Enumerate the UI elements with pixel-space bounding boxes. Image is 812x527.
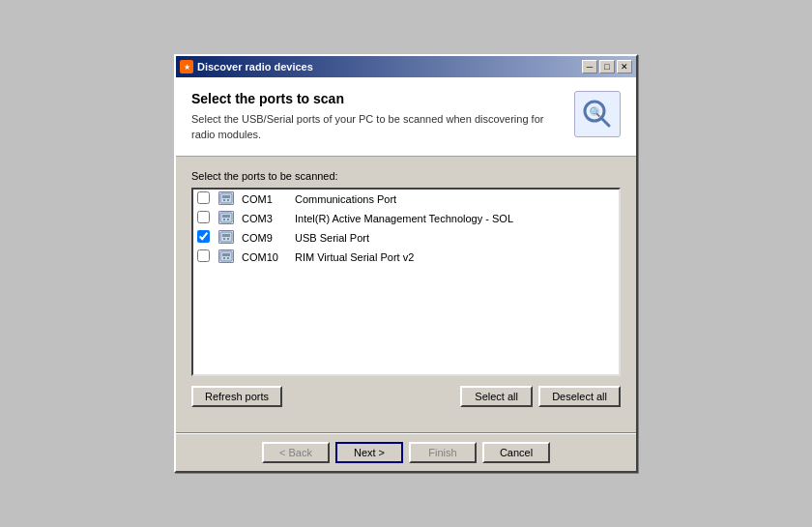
deselect-all-button[interactable]: Deselect all — [538, 386, 621, 407]
maximize-button[interactable]: □ — [599, 60, 615, 73]
ports-list-container[interactable]: COM1Communications PortCOM3Intel(R) Acti… — [191, 188, 621, 376]
svg-rect-17 — [222, 253, 230, 256]
svg-rect-19 — [227, 257, 229, 259]
body-area: Select the ports to be scanned: COM1Comm… — [176, 157, 636, 421]
port-description: Communications Port — [291, 190, 619, 209]
header-title: Select the ports to scan — [191, 91, 565, 106]
svg-rect-13 — [222, 234, 230, 237]
header-subtitle: Select the USB/Serial ports of your PC t… — [191, 112, 565, 142]
main-window: ★ Discover radio devices ─ □ ✕ Select th… — [174, 54, 638, 473]
port-name: COM1 — [238, 190, 291, 209]
port-description: Intel(R) Active Management Technology - … — [291, 209, 619, 228]
close-button[interactable]: ✕ — [617, 60, 632, 73]
port-checkbox-com10[interactable] — [197, 249, 210, 262]
svg-rect-18 — [223, 257, 225, 259]
scan-label: Select the ports to be scanned: — [191, 170, 621, 182]
svg-rect-6 — [223, 199, 225, 201]
window-title: Discover radio devices — [197, 61, 313, 73]
svg-rect-11 — [227, 219, 229, 220]
svg-line-1 — [601, 118, 609, 126]
port-description: RIM Virtual Serial Port v2 — [291, 248, 619, 267]
title-bar-left: ★ Discover radio devices — [180, 60, 313, 73]
action-buttons-row: Refresh ports Select all Deselect all — [191, 386, 621, 407]
ports-table: COM1Communications PortCOM3Intel(R) Acti… — [193, 190, 619, 267]
svg-text:🔍: 🔍 — [590, 106, 601, 118]
next-button[interactable]: Next > — [335, 442, 403, 463]
header-text: Select the ports to scan Select the USB/… — [191, 91, 565, 142]
select-all-button[interactable]: Select all — [460, 386, 533, 407]
port-icon — [218, 211, 234, 224]
header-area: Select the ports to scan Select the USB/… — [176, 77, 636, 157]
footer-area: < Back Next > Finish Cancel — [176, 434, 636, 471]
port-name: COM9 — [238, 228, 291, 248]
minimize-button[interactable]: ─ — [582, 60, 597, 73]
port-icon — [218, 191, 234, 205]
refresh-ports-button[interactable]: Refresh ports — [191, 386, 282, 407]
svg-rect-10 — [223, 219, 225, 220]
svg-rect-14 — [223, 238, 225, 240]
finish-button[interactable]: Finish — [409, 442, 477, 463]
port-icon — [218, 249, 234, 263]
table-row: COM3Intel(R) Active Management Technolog… — [193, 209, 619, 228]
port-checkbox-com3[interactable] — [197, 211, 210, 223]
cancel-button[interactable]: Cancel — [482, 442, 550, 463]
port-checkbox-com9[interactable] — [197, 230, 210, 243]
header-icon: 🔍 — [574, 91, 621, 137]
svg-rect-5 — [222, 195, 230, 198]
select-buttons: Select all Deselect all — [460, 386, 621, 407]
port-name: COM3 — [238, 209, 291, 228]
port-name: COM10 — [238, 248, 291, 267]
port-icon — [218, 230, 234, 244]
svg-rect-9 — [222, 215, 230, 218]
window-icon: ★ — [180, 60, 193, 73]
radio-search-icon: 🔍 — [580, 97, 615, 132]
port-description: USB Serial Port — [291, 228, 619, 248]
svg-rect-7 — [227, 199, 229, 201]
table-row: COM9USB Serial Port — [193, 228, 619, 248]
title-buttons: ─ □ ✕ — [582, 60, 632, 73]
table-row: COM10RIM Virtual Serial Port v2 — [193, 248, 619, 267]
svg-rect-15 — [227, 238, 229, 240]
title-bar: ★ Discover radio devices ─ □ ✕ — [176, 56, 636, 77]
table-row: COM1Communications Port — [193, 190, 619, 209]
back-button[interactable]: < Back — [262, 442, 330, 463]
port-checkbox-com1[interactable] — [197, 191, 210, 204]
